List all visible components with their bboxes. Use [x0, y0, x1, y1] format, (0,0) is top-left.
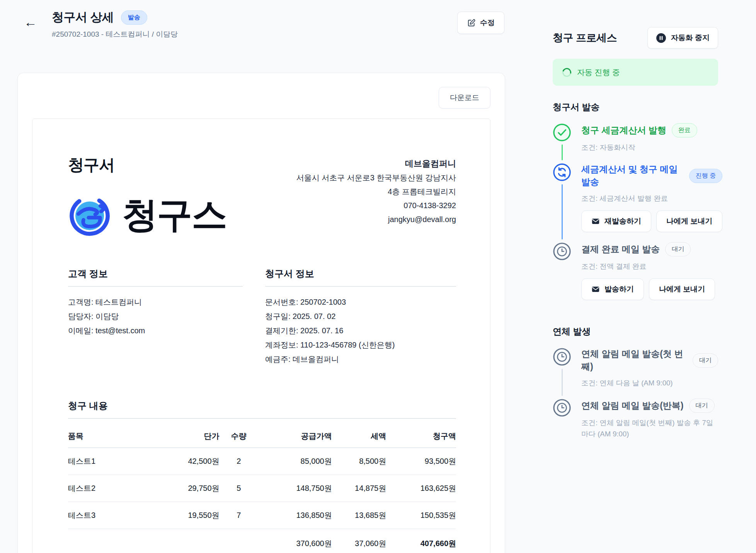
total-supply: 370,600원 [258, 529, 332, 553]
back-arrow-icon: ← [24, 15, 37, 29]
envelope-icon [591, 217, 600, 226]
step-condition: 조건: 전액 결제 완료 [581, 261, 718, 272]
company-phone: 070-4138-3292 [296, 198, 456, 212]
invoice-document: 청구서 청구스 데브올컴 [32, 119, 490, 553]
divider [68, 418, 456, 419]
download-button[interactable]: 다운로드 [439, 87, 490, 109]
step-status-badge: 완료 [672, 123, 697, 137]
bank-account-line: 계좌정보: 110-123-456789 (신한은행) [265, 338, 456, 352]
stop-automation-label: 자동화 중지 [671, 33, 710, 43]
step-condition: 조건: 자동화시작 [581, 142, 718, 153]
step-condition: 조건: 연체 다음 날 (AM 9:00) [581, 377, 718, 388]
doc-brand: 청구서 청구스 [68, 154, 226, 237]
cell-total: 93,500원 [386, 448, 456, 475]
process-step: 세금계산서 및 청구 메일 발송 진행 중 조건: 세금계산서 발행 완료 재발… [553, 163, 718, 242]
edit-icon [467, 19, 476, 27]
invoice-info-section: 청구서 정보 문서번호: 250702-1003 청구일: 2025. 07. … [265, 268, 456, 366]
process-step: 연체 알림 메일 발송(반복) 대기 조건: 연체 알림 메일(첫 번째) 발송… [553, 399, 718, 450]
auto-progress-banner: 자동 진행 중 [553, 59, 718, 86]
divider [265, 286, 456, 287]
step-condition: 조건: 연체 알림 메일(첫 번째) 발송 후 7일 마다 (AM 9:00) [581, 417, 718, 439]
cell-price: 19,550원 [153, 502, 220, 529]
customer-contact-line: 담당자: 이담당 [68, 309, 243, 324]
cell-total: 150,535원 [386, 502, 456, 529]
cell-tax: 13,685원 [332, 502, 387, 529]
customer-info-title: 고객 정보 [68, 268, 243, 280]
cell-qty: 5 [220, 475, 258, 502]
auto-progress-label: 자동 진행 중 [577, 67, 620, 78]
table-row: 테스트3 19,550원 7 136,850원 13,685원 150,535원 [68, 502, 456, 529]
send-to-me-button[interactable]: 나에게 보내기 [656, 210, 722, 232]
send-to-me-label: 나에게 보내기 [666, 216, 712, 226]
company-logo-text: 청구스 [122, 197, 226, 232]
process-title: 청구 프로세스 [553, 31, 617, 45]
process-section-title: 연체 발생 [553, 326, 718, 338]
clock-icon [553, 348, 571, 366]
status-badge: 발송 [121, 10, 147, 25]
process-section-title: 청구서 발송 [553, 101, 718, 113]
invoice-table: 품목 단가 수량 공급가액 세액 청구액 테스트1 42,500원 2 85,0… [68, 424, 456, 553]
process-step: 청구 세금계산서 발행 완료 조건: 자동화시작 [553, 123, 718, 163]
cell-supply: 85,000원 [258, 448, 332, 475]
doc-type-title: 청구서 [68, 154, 226, 176]
step-title: 세금계산서 및 청구 메일 발송 [581, 163, 684, 188]
resend-button[interactable]: 재발송하기 [581, 210, 651, 232]
cell-price: 42,500원 [153, 448, 220, 475]
breadcrumb: #250702-1003 - 테스트컴퍼니 / 이담당 [52, 29, 178, 39]
table-row: 테스트2 29,750원 5 148,750원 14,875원 163,625원 [68, 475, 456, 502]
table-header-row: 품목 단가 수량 공급가액 세액 청구액 [68, 424, 456, 448]
doc-number-line: 문서번호: 250702-1003 [265, 295, 456, 309]
cell-qty: 7 [220, 502, 258, 529]
col-header-tax: 세액 [332, 424, 387, 448]
customer-name-line: 고객명: 테스트컴퍼니 [68, 295, 243, 309]
step-title: 연체 알림 메일 발송(반복) [581, 399, 684, 412]
step-status-badge: 진행 중 [689, 169, 722, 183]
edit-button[interactable]: 수정 [457, 12, 504, 34]
pause-icon [656, 33, 666, 43]
process-step: 연체 알림 메일 발송(첫 번째) 대기 조건: 연체 다음 날 (AM 9:0… [553, 348, 718, 399]
invoice-card: 다운로드 청구서 청구스 [17, 73, 505, 553]
clock-icon [553, 399, 571, 417]
page-title: 청구서 상세 [52, 9, 114, 25]
divider [68, 286, 243, 287]
step-title: 청구 세금계산서 발행 [581, 124, 666, 137]
step-title: 연체 알림 메일 발송(첫 번째) [581, 348, 687, 373]
company-email: jangkyu@devall.org [296, 212, 456, 226]
step-status-badge: 대기 [689, 399, 715, 413]
step-status-badge: 대기 [693, 353, 718, 368]
send-to-me-label: 나에게 보내기 [659, 284, 705, 294]
company-name: 데브올컴퍼니 [296, 157, 456, 171]
timeline-connector [562, 369, 563, 396]
send-to-me-button[interactable]: 나에게 보내기 [649, 278, 715, 300]
col-header-qty: 수량 [220, 424, 258, 448]
company-logo-icon [68, 193, 112, 237]
cell-item: 테스트2 [68, 475, 153, 502]
cell-item: 테스트1 [68, 448, 153, 475]
step-title: 결제 완료 메일 발송 [581, 243, 660, 256]
cell-tax: 14,875원 [332, 475, 387, 502]
check-circle-icon [553, 123, 571, 142]
billing-section: 청구 내용 품목 단가 수량 공급가액 세액 청구액 테스트1 [68, 400, 456, 553]
total-grand: 407,660원 [386, 529, 456, 553]
table-row: 테스트1 42,500원 2 85,000원 8,500원 93,500원 [68, 448, 456, 475]
clock-icon [553, 242, 571, 261]
due-date-line: 결제기한: 2025. 07. 16 [265, 324, 456, 338]
billing-title: 청구 내용 [68, 400, 456, 412]
stop-automation-button[interactable]: 자동화 중지 [647, 27, 718, 49]
back-button[interactable]: ← [24, 15, 37, 29]
col-header-price: 단가 [153, 424, 220, 448]
step-status-badge: 대기 [665, 242, 691, 256]
company-address-line1: 서울시 서초구 서운로3 한국부동산원 강남지사 [296, 171, 456, 185]
cell-total: 163,625원 [386, 475, 456, 502]
col-header-item: 품목 [68, 424, 153, 448]
cell-supply: 148,750원 [258, 475, 332, 502]
send-button[interactable]: 발송하기 [581, 278, 644, 300]
col-header-supply: 공급가액 [258, 424, 332, 448]
col-header-total: 청구액 [386, 424, 456, 448]
customer-info-section: 고객 정보 고객명: 테스트컴퍼니 담당자: 이담당 이메일: test@tes… [68, 268, 243, 366]
billing-date-line: 청구일: 2025. 07. 02 [265, 309, 456, 324]
timeline-connector [562, 144, 563, 160]
cell-price: 29,750원 [153, 475, 220, 502]
cell-qty: 2 [220, 448, 258, 475]
account-holder-line: 예금주: 데브올컴퍼니 [265, 352, 456, 366]
